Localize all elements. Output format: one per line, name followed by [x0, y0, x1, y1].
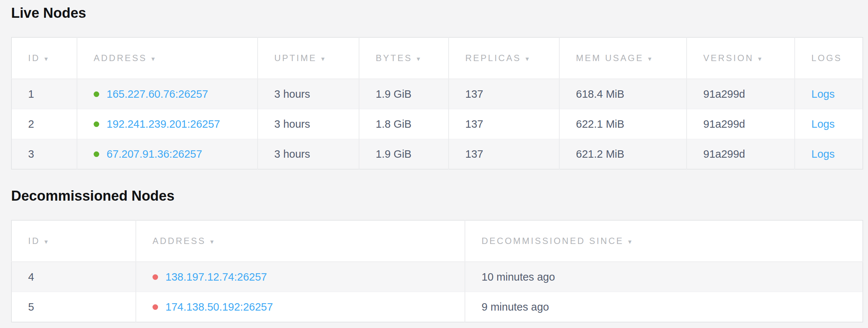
node-mem-usage-cell: 618.4 MiB	[559, 79, 687, 109]
node-uptime-cell: 3 hours	[258, 79, 359, 109]
live-status-icon	[94, 91, 99, 97]
node-address-link[interactable]: 192.241.239.201:26257	[107, 118, 220, 130]
column-header-label: BYTES	[376, 53, 412, 63]
column-header-id[interactable]: ID▾	[11, 220, 136, 262]
column-header-label: ID	[28, 236, 40, 246]
column-header-address[interactable]: ADDRESS▾	[136, 220, 465, 262]
node-address-cell: 165.227.60.76:26257	[77, 79, 258, 109]
column-header-logs: LOGS	[795, 37, 863, 79]
node-logs-cell: Logs	[795, 109, 863, 139]
sort-arrow-icon: ▾	[648, 55, 651, 63]
node-id-cell: 2	[11, 109, 77, 139]
node-version-cell: 91a299d	[687, 79, 795, 109]
node-address-link[interactable]: 174.138.50.192:26257	[165, 301, 273, 313]
live-status-icon	[94, 121, 99, 127]
node-replicas-cell: 137	[449, 139, 559, 170]
decommissioned-nodes-section: Decommissioned Nodes ID▾ ADDRESS▾ DECOMM…	[11, 187, 862, 322]
decommissioned-status-icon	[153, 274, 158, 280]
live-nodes-section: Live Nodes ID▾ ADDRESS▾ UPTIME▾ BYTES▾ R…	[11, 4, 862, 170]
node-bytes-cell: 1.8 GiB	[359, 109, 449, 139]
sort-arrow-icon: ▾	[151, 55, 155, 63]
column-header-label: VERSION	[703, 53, 754, 63]
node-list-page: Live Nodes ID▾ ADDRESS▾ UPTIME▾ BYTES▾ R…	[0, 0, 868, 322]
node-uptime-cell: 3 hours	[258, 139, 359, 170]
column-header-address[interactable]: ADDRESS▾	[77, 37, 258, 79]
column-header-label: ADDRESS	[153, 236, 206, 246]
node-address-cell: 67.207.91.36:26257	[77, 139, 258, 170]
column-header-bytes[interactable]: BYTES▾	[359, 37, 449, 79]
column-header-label: ID	[28, 53, 40, 63]
decommissioned-nodes-title: Decommissioned Nodes	[11, 187, 862, 204]
column-header-label: DECOMMISSIONED SINCE	[482, 236, 624, 246]
sort-arrow-icon: ▾	[210, 238, 214, 245]
table-row: 2 192.241.239.201:26257 3 hours 1.8 GiB …	[11, 109, 863, 139]
column-header-label: LOGS	[811, 53, 842, 63]
table-row: 5 174.138.50.192:26257 9 minutes ago	[11, 292, 863, 322]
logs-link[interactable]: Logs	[811, 148, 835, 160]
sort-arrow-icon: ▾	[44, 238, 48, 245]
decommissioned-since-cell: 10 minutes ago	[465, 262, 863, 292]
decommissioned-nodes-table: ID▾ ADDRESS▾ DECOMMISSIONED SINCE▾ 4 138…	[11, 220, 863, 322]
column-header-decommissioned-since[interactable]: DECOMMISSIONED SINCE▾	[465, 220, 863, 262]
node-replicas-cell: 137	[449, 79, 559, 109]
node-logs-cell: Logs	[795, 139, 863, 170]
sort-arrow-icon: ▾	[758, 55, 761, 63]
table-row: 1 165.227.60.76:26257 3 hours 1.9 GiB 13…	[11, 79, 863, 109]
column-header-id[interactable]: ID▾	[11, 37, 77, 79]
live-nodes-table: ID▾ ADDRESS▾ UPTIME▾ BYTES▾ REPLICAS▾ ME…	[11, 37, 863, 170]
sort-arrow-icon: ▾	[44, 55, 48, 63]
node-logs-cell: Logs	[795, 79, 863, 109]
live-nodes-title: Live Nodes	[11, 4, 862, 21]
node-id-cell: 5	[11, 292, 136, 322]
node-id-cell: 1	[11, 79, 77, 109]
sort-arrow-icon: ▾	[417, 55, 420, 63]
logs-link[interactable]: Logs	[811, 118, 835, 130]
node-address-cell: 138.197.12.74:26257	[136, 262, 465, 292]
node-bytes-cell: 1.9 GiB	[359, 79, 449, 109]
sort-arrow-icon: ▾	[628, 238, 631, 245]
decommissioned-nodes-header-row: ID▾ ADDRESS▾ DECOMMISSIONED SINCE▾	[11, 220, 863, 262]
node-id-cell: 4	[11, 262, 136, 292]
node-mem-usage-cell: 621.2 MiB	[559, 139, 687, 170]
node-mem-usage-cell: 622.1 MiB	[559, 109, 687, 139]
node-address-cell: 174.138.50.192:26257	[136, 292, 465, 322]
sort-arrow-icon: ▾	[526, 55, 529, 63]
column-header-mem-usage[interactable]: MEM USAGE▾	[559, 37, 687, 79]
column-header-uptime[interactable]: UPTIME▾	[258, 37, 359, 79]
sort-arrow-icon: ▾	[321, 55, 325, 63]
node-version-cell: 91a299d	[687, 139, 795, 170]
node-bytes-cell: 1.9 GiB	[359, 139, 449, 170]
node-address-link[interactable]: 138.197.12.74:26257	[165, 271, 267, 283]
node-version-cell: 91a299d	[687, 109, 795, 139]
logs-link[interactable]: Logs	[811, 88, 835, 100]
column-header-label: MEM USAGE	[576, 53, 644, 63]
table-row: 3 67.207.91.36:26257 3 hours 1.9 GiB 137…	[11, 139, 863, 170]
column-header-label: ADDRESS	[94, 53, 147, 63]
node-replicas-cell: 137	[449, 109, 559, 139]
column-header-replicas[interactable]: REPLICAS▾	[449, 37, 559, 79]
column-header-label: UPTIME	[274, 53, 317, 63]
node-address-link[interactable]: 165.227.60.76:26257	[107, 88, 208, 100]
node-address-cell: 192.241.239.201:26257	[77, 109, 258, 139]
decommissioned-since-cell: 9 minutes ago	[465, 292, 863, 322]
node-uptime-cell: 3 hours	[258, 109, 359, 139]
live-nodes-header-row: ID▾ ADDRESS▾ UPTIME▾ BYTES▾ REPLICAS▾ ME…	[11, 37, 863, 79]
column-header-version[interactable]: VERSION▾	[687, 37, 795, 79]
decommissioned-status-icon	[153, 304, 158, 310]
live-status-icon	[94, 151, 99, 157]
column-header-label: REPLICAS	[465, 53, 521, 63]
node-id-cell: 3	[11, 139, 77, 170]
table-row: 4 138.197.12.74:26257 10 minutes ago	[11, 262, 863, 292]
node-address-link[interactable]: 67.207.91.36:26257	[107, 148, 202, 160]
